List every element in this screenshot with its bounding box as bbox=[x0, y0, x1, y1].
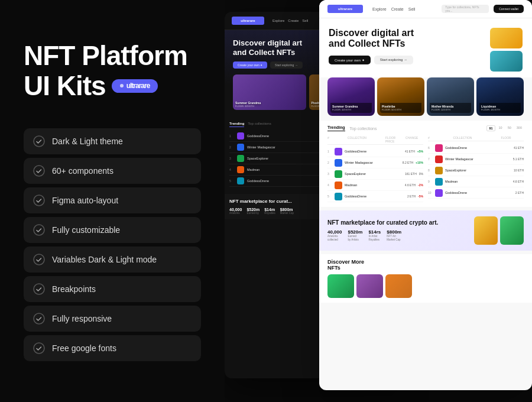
light-nft-img-1: Summer Grandma FLOOR: 329 ETH bbox=[327, 77, 375, 116]
svg-point-2 bbox=[34, 195, 44, 206]
light-explore-btn[interactable]: Start exploring → bbox=[374, 56, 413, 64]
light-stat-2: $520m Earnedby Artists bbox=[348, 229, 362, 242]
check-icon-4 bbox=[33, 254, 45, 265]
light-avatar-r3 bbox=[435, 167, 443, 174]
light-hero-btns: Create your own ✦ Start exploring → bbox=[329, 56, 483, 64]
light-hero-right bbox=[490, 28, 523, 72]
light-trending-table: # COLLECTION FLOOR PRICE CHANGE 1 Goddes… bbox=[327, 135, 524, 202]
svg-point-7 bbox=[34, 343, 44, 354]
dark-avatar-3 bbox=[237, 155, 244, 162]
light-table-row: 10 GoddessDrene 2 ETH bbox=[428, 187, 524, 199]
title-line2: UI Kits bbox=[24, 71, 106, 101]
feature-label-6: Fully responsive bbox=[52, 314, 112, 323]
dark-stat-1: 40,000 Artworks bbox=[229, 208, 242, 215]
dark-avatar-2 bbox=[237, 144, 244, 151]
dark-stat-4: $800m Market Cap bbox=[280, 208, 294, 215]
light-stats-row: 40,000 Artworkscollected $520m Earnedby … bbox=[327, 229, 469, 242]
dark-nav-create: Create bbox=[288, 19, 299, 22]
light-hero-title: Discover digital artand Collect NFTs bbox=[329, 28, 483, 50]
light-tab-trending[interactable]: Trending bbox=[327, 125, 345, 131]
light-bottom-card-2[interactable] bbox=[356, 274, 383, 298]
light-bottom: Discover MoreNFTs bbox=[319, 254, 532, 303]
feature-label-5: Breakpoints bbox=[52, 284, 96, 294]
light-avatar-r4 bbox=[435, 178, 443, 186]
light-table-header-right: # COLLECTION FLOOR bbox=[428, 135, 524, 141]
light-nft-card-1[interactable]: Summer Grandma FLOOR: 329 ETH bbox=[327, 77, 375, 116]
dark-nav-sell: Sell bbox=[302, 19, 308, 22]
check-icon-1 bbox=[33, 165, 45, 177]
light-search[interactable]: Type for collections, NFTs you... bbox=[442, 5, 489, 13]
light-nav-sell: Sell bbox=[408, 7, 416, 11]
light-avatar-l1 bbox=[335, 148, 342, 155]
check-icon-2 bbox=[33, 194, 45, 206]
feature-label-3: Fully customizable bbox=[52, 225, 120, 235]
light-hero-nft-2 bbox=[490, 51, 523, 72]
title-block: NFT Platform UI Kits ultrarare bbox=[24, 41, 201, 109]
light-nav-links: Explore Create Sell bbox=[372, 7, 437, 11]
light-nft-card-3[interactable]: Mother Miranda FLOOR: 123 ETH bbox=[427, 77, 474, 116]
feature-breakpoints: Breakpoints bbox=[24, 276, 201, 302]
light-bottom-card-3[interactable] bbox=[385, 274, 412, 298]
light-table-row: 9 Madman 4.6 ETH bbox=[428, 176, 524, 187]
light-table-row: 2 Winter Madagascar 8.2 ETH +10% bbox=[327, 157, 423, 168]
light-stat-3: $14rs In ArtistRoyalties bbox=[368, 229, 381, 242]
light-nft-card-4[interactable]: Liquidman FLOOR: 163 ETH bbox=[476, 77, 524, 116]
svg-point-5 bbox=[34, 284, 44, 294]
svg-point-4 bbox=[34, 254, 44, 265]
light-hero-nft-1 bbox=[490, 28, 523, 48]
brand-badge: ultrarare bbox=[112, 79, 158, 93]
dark-tab-top[interactable]: Top collections bbox=[248, 122, 271, 127]
dark-avatar-1 bbox=[237, 132, 244, 140]
feature-components: 60+ components bbox=[24, 158, 201, 184]
light-marketplace-right bbox=[474, 216, 524, 245]
light-connect-btn[interactable]: Connect wallet bbox=[494, 5, 524, 13]
feature-customizable: Fully customizable bbox=[24, 217, 201, 243]
svg-point-0 bbox=[34, 136, 44, 147]
light-hero-left: Discover digital artand Collect NFTs Cre… bbox=[329, 28, 483, 72]
light-nft-img-2: Pixeltribe FLOOR: 50.6 ETH bbox=[377, 77, 424, 116]
light-table-left: # COLLECTION FLOOR PRICE CHANGE 1 Goddes… bbox=[327, 135, 423, 202]
dark-nft-card-1[interactable]: Summer Grandma FLOOR: 329 ETH bbox=[233, 74, 306, 110]
dark-stat-3: $14m Royalties bbox=[264, 208, 275, 215]
light-avatar-r2 bbox=[435, 155, 443, 163]
left-panel: NFT Platform UI Kits ultrarare Dark & Li… bbox=[0, 0, 225, 402]
light-bottom-card-1[interactable] bbox=[327, 274, 354, 298]
light-avatar-r1 bbox=[435, 144, 443, 152]
dark-nft-floor-1: FLOOR: 329 ETH bbox=[235, 105, 261, 108]
dark-avatar-4 bbox=[237, 166, 244, 173]
light-tab-top[interactable]: Top collections bbox=[350, 127, 377, 131]
features-list: Dark & Light theme 60+ components Figma … bbox=[24, 128, 201, 361]
dark-create-btn[interactable]: Create your own ✦ bbox=[233, 61, 267, 69]
light-table-right: # COLLECTION FLOOR 6 GoddessDrene 41 ETH… bbox=[428, 135, 524, 202]
feature-figma: Figma auto-layout bbox=[24, 187, 201, 213]
check-icon-7 bbox=[33, 342, 45, 354]
dark-tab-trending[interactable]: Trending bbox=[229, 122, 244, 127]
light-bottom-cards bbox=[327, 274, 524, 298]
svg-point-6 bbox=[34, 313, 44, 324]
feature-dark-light: Dark & Light theme bbox=[24, 128, 201, 154]
light-table-row: 6 GoddessDrene 41 ETH bbox=[428, 142, 524, 154]
light-nav: ultrarare Explore Create Sell Type for c… bbox=[319, 0, 532, 18]
dark-explore-btn[interactable]: Start exploring → bbox=[270, 61, 303, 69]
dark-avatar-5 bbox=[237, 177, 244, 184]
light-stat-1: 40,000 Artworkscollected bbox=[327, 229, 342, 242]
badge-dot bbox=[120, 84, 124, 87]
dark-nav-explore: Explore bbox=[273, 19, 284, 22]
light-avatar-l3 bbox=[335, 170, 342, 178]
feature-responsive: Fully responsive bbox=[24, 306, 201, 332]
light-nft-img-4: Liquidman FLOOR: 163 ETH bbox=[476, 77, 524, 116]
light-nft-card-2[interactable]: Pixeltribe FLOOR: 50.6 ETH bbox=[377, 77, 424, 116]
svg-point-1 bbox=[34, 166, 44, 176]
dark-stat-2: $520m Earned by bbox=[246, 208, 259, 215]
light-table-row: 7 Winter Madagascar 5.1 ETH bbox=[428, 154, 524, 165]
light-create-btn[interactable]: Create your own ✦ bbox=[329, 56, 371, 64]
light-table-row: 5 GoddessDrene 2 ETH -5% bbox=[327, 191, 423, 202]
feature-label-2: Figma auto-layout bbox=[52, 196, 118, 205]
pagination: 91 10 50 300 bbox=[486, 125, 524, 131]
light-avatar-l5 bbox=[335, 193, 342, 200]
light-table-row: 8 SpaceExplorer 10 ETH bbox=[428, 165, 524, 176]
light-table-row: 4 Madman 4.6 ETH -2% bbox=[327, 180, 423, 191]
check-icon-3 bbox=[33, 224, 45, 236]
feature-variables: Variables Dark & Light mode bbox=[24, 247, 201, 273]
light-logo: ultrarare bbox=[327, 5, 363, 13]
